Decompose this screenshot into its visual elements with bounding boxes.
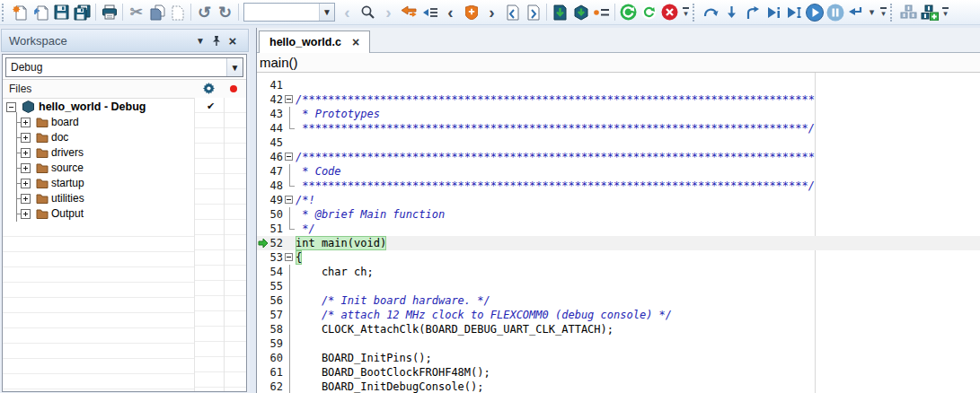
config-selector[interactable]: Debug ▼ — [5, 57, 243, 77]
breakpoint-gutter[interactable] — [257, 279, 269, 293]
breakpoint-gutter[interactable] — [257, 107, 269, 121]
toggle-breakpoint-icon[interactable] — [461, 2, 481, 23]
toolbar-overflow-icon[interactable]: ▾ — [940, 7, 951, 18]
undo-icon[interactable]: ↺ — [194, 2, 215, 23]
toolbar-overflow-icon[interactable]: ▾ — [878, 7, 889, 18]
paste-icon[interactable] — [167, 2, 188, 23]
go-icon[interactable] — [804, 2, 825, 23]
memory-window-add-icon[interactable] — [919, 2, 940, 23]
expand-icon[interactable] — [21, 148, 31, 158]
run-to-cursor-icon[interactable] — [783, 2, 804, 23]
breakpoint-gutter[interactable] — [257, 336, 269, 351]
breakpoint-gutter[interactable] — [257, 351, 269, 365]
download-and-debug-icon[interactable] — [550, 2, 570, 23]
tab-hello-world-c[interactable]: hello_world.c × — [259, 31, 370, 53]
toolbar-grip[interactable] — [2, 4, 7, 22]
collapse-icon[interactable] — [6, 102, 16, 112]
go-dropdown-icon[interactable]: ▾ — [866, 2, 878, 23]
code-area[interactable]: 41 42/**********************************… — [257, 73, 980, 393]
stop-debugging-icon[interactable] — [659, 2, 680, 23]
expand-icon[interactable] — [21, 179, 31, 188]
tree-item-folder[interactable]: doc — [3, 130, 191, 145]
break-icon[interactable] — [825, 2, 845, 23]
breakpoint-gutter[interactable] — [257, 322, 269, 336]
expand-icon[interactable] — [21, 209, 31, 219]
previous-tab-icon[interactable] — [502, 2, 523, 23]
restart-debugger-icon[interactable] — [639, 2, 659, 23]
expand-icon[interactable] — [21, 118, 31, 127]
expand-icon[interactable] — [21, 194, 31, 204]
breakpoint-gutter[interactable] — [257, 193, 269, 207]
tree-item-folder[interactable]: utilities — [3, 191, 191, 206]
breakpoint-gutter[interactable] — [257, 179, 269, 193]
quick-search-dropdown-icon[interactable]: ▼ — [319, 4, 334, 21]
copy-icon[interactable] — [146, 2, 167, 23]
breakpoint-gutter[interactable] — [257, 250, 269, 265]
next-bookmark-icon[interactable]: › — [481, 2, 502, 23]
step-into-icon[interactable] — [721, 2, 742, 23]
find-next-icon[interactable]: › — [378, 2, 399, 23]
redo-icon[interactable]: ↻ — [215, 2, 235, 23]
tree-item-folder[interactable]: drivers — [3, 145, 191, 161]
breakpoint-gutter[interactable] — [257, 92, 269, 107]
function-breadcrumb[interactable]: main() — [257, 53, 980, 73]
stack-window-icon[interactable] — [898, 2, 919, 23]
breakpoint-gutter[interactable] — [257, 380, 269, 393]
breakpoint-gutter[interactable] — [257, 293, 269, 308]
navigate-backward-icon[interactable] — [399, 2, 419, 23]
expand-icon[interactable] — [21, 133, 31, 143]
gear-icon[interactable] — [203, 83, 215, 94]
quick-search-combo[interactable]: ▼ — [243, 3, 335, 22]
breakpoint-gutter[interactable] — [257, 308, 269, 322]
quick-search-input[interactable] — [244, 4, 319, 21]
save-all-icon[interactable] — [72, 2, 93, 23]
breakpoint-gutter[interactable] — [257, 265, 269, 279]
breakpoint-gutter[interactable] — [257, 164, 269, 179]
tree-item-project[interactable]: hello_world - Debug — [3, 100, 191, 115]
step-out-icon[interactable] — [742, 2, 763, 23]
step-over-icon[interactable] — [701, 2, 721, 23]
toolbar-grip[interactable] — [693, 4, 698, 22]
new-document-icon[interactable] — [10, 2, 31, 23]
find-icon[interactable] — [358, 2, 378, 23]
cut-icon[interactable]: ✂ — [126, 2, 146, 23]
open-document-icon[interactable] — [31, 2, 51, 23]
breakpoint-gutter[interactable] — [257, 121, 269, 135]
pin-icon[interactable] — [208, 35, 225, 47]
window-menu-icon[interactable]: ▼ — [192, 36, 208, 46]
code-line: 45 — [257, 135, 980, 150]
breakpoint-gutter[interactable] — [257, 236, 269, 250]
next-statement-icon[interactable] — [763, 2, 783, 23]
previous-bookmark-icon[interactable]: ‹ — [440, 2, 461, 23]
tree-item-folder[interactable]: startup — [3, 176, 191, 191]
breakpoint-gutter[interactable] — [257, 150, 269, 164]
fold-collapse-icon[interactable] — [283, 150, 296, 164]
empty-grid — [3, 222, 194, 391]
config-dropdown-icon[interactable]: ▼ — [226, 58, 243, 76]
toolbar-grip[interactable] — [890, 4, 896, 22]
make-and-restart-debugger-icon[interactable] — [618, 2, 639, 23]
breakpoint-gutter[interactable] — [257, 135, 269, 150]
close-icon[interactable]: × — [225, 33, 241, 48]
breakpoint-gutter[interactable] — [257, 365, 269, 380]
expand-icon[interactable] — [21, 163, 31, 173]
fold-collapse-icon[interactable] — [283, 92, 296, 107]
bookmark-list-icon[interactable] — [419, 2, 440, 23]
toolbar-overflow-icon[interactable]: ▾ — [680, 7, 692, 18]
debug-without-downloading-icon[interactable] — [570, 2, 591, 23]
find-previous-icon[interactable]: ‹ — [337, 2, 358, 23]
breakpoints-window-icon[interactable] — [591, 2, 612, 23]
reset-icon[interactable] — [845, 2, 866, 23]
tab-close-icon[interactable]: × — [352, 36, 359, 48]
save-icon[interactable] — [51, 2, 72, 23]
breakpoint-gutter[interactable] — [257, 78, 269, 92]
tree-item-folder[interactable]: board — [3, 115, 191, 130]
next-tab-icon[interactable] — [523, 2, 543, 23]
tree-item-folder[interactable]: source — [3, 161, 191, 176]
fold-collapse-icon[interactable] — [283, 250, 296, 265]
tree-item-folder[interactable]: Output — [3, 206, 191, 222]
breakpoint-gutter[interactable] — [257, 207, 269, 222]
fold-collapse-icon[interactable] — [283, 193, 296, 207]
breakpoint-gutter[interactable] — [257, 222, 269, 236]
print-icon[interactable] — [99, 2, 119, 23]
